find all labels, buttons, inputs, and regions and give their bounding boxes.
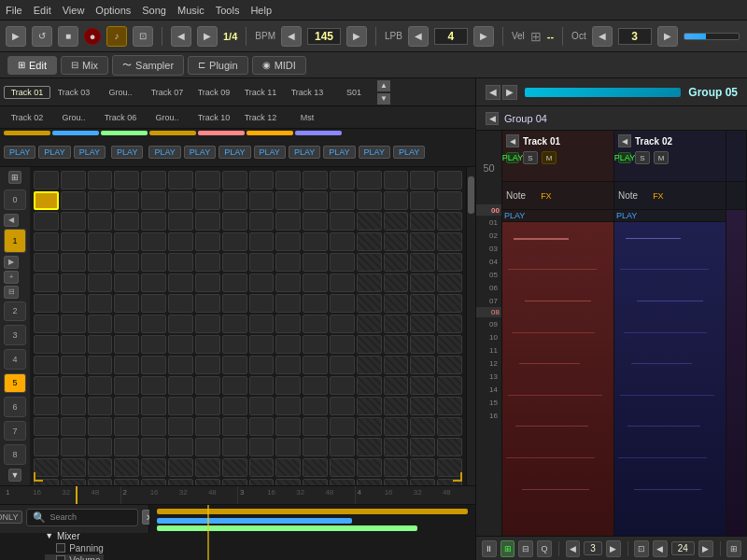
menu-item-song[interactable]: Song bbox=[142, 5, 166, 16]
lpb-down[interactable]: ◀ bbox=[408, 26, 429, 47]
pad-cell[interactable] bbox=[168, 232, 193, 251]
play-btn-7[interactable]: PLAY bbox=[218, 146, 250, 159]
pad-cell[interactable] bbox=[141, 232, 166, 251]
menu-item-options[interactable]: Options bbox=[95, 5, 131, 16]
pad-cell[interactable] bbox=[330, 458, 355, 477]
pad-cell[interactable] bbox=[437, 417, 462, 436]
pad-cell[interactable] bbox=[357, 356, 382, 374]
pad-cell[interactable] bbox=[275, 397, 301, 415]
pad-cell[interactable] bbox=[303, 171, 328, 189]
pad-cell[interactable] bbox=[114, 171, 139, 189]
pad-cell[interactable] bbox=[195, 253, 220, 272]
track-header-group[interactable]: Grou.. bbox=[97, 88, 144, 97]
pad-cell[interactable] bbox=[357, 232, 382, 251]
volume-checkbox[interactable] bbox=[56, 555, 65, 560]
play-btn-4[interactable]: PLAY bbox=[111, 146, 143, 159]
pad-cell[interactable] bbox=[222, 253, 247, 272]
track-header-06[interactable]: Track 06 bbox=[97, 113, 144, 122]
menu-item-help[interactable]: Help bbox=[250, 5, 272, 16]
pad-cell[interactable] bbox=[303, 212, 328, 231]
play-btn-8[interactable]: PLAY bbox=[254, 146, 286, 159]
pad-cell[interactable] bbox=[114, 253, 139, 272]
pad-cell[interactable] bbox=[195, 171, 220, 189]
stop-button[interactable]: ■ bbox=[58, 26, 78, 47]
track-header-03[interactable]: Track 03 bbox=[50, 88, 97, 97]
pad-cell[interactable] bbox=[303, 335, 328, 354]
pad-cell[interactable] bbox=[168, 171, 193, 189]
seq-num-7[interactable]: 7 bbox=[4, 421, 26, 441]
pad-cell[interactable] bbox=[222, 171, 247, 189]
pad-cell[interactable] bbox=[249, 171, 275, 189]
pad-cell[interactable] bbox=[195, 232, 220, 251]
pad-cell[interactable] bbox=[141, 273, 166, 292]
pad-cell[interactable] bbox=[34, 356, 59, 374]
pad-cell[interactable] bbox=[222, 397, 247, 415]
pad-cell[interactable] bbox=[303, 356, 328, 374]
pad-cell[interactable] bbox=[303, 232, 328, 251]
pad-cell[interactable] bbox=[249, 253, 275, 272]
pad-cell[interactable] bbox=[437, 294, 462, 313]
pad-cell[interactable] bbox=[88, 335, 113, 354]
pad-cell[interactable] bbox=[275, 315, 301, 333]
pad-cell[interactable] bbox=[195, 458, 220, 477]
pad-cell[interactable] bbox=[141, 171, 166, 189]
pad-cell[interactable] bbox=[114, 438, 139, 456]
pad-cell[interactable] bbox=[330, 356, 355, 374]
pad-cell[interactable] bbox=[410, 356, 435, 374]
ctrl-grid-btn[interactable]: ⊟ bbox=[518, 540, 533, 557]
pad-cell[interactable] bbox=[437, 376, 462, 395]
play-btn-6[interactable]: PLAY bbox=[184, 146, 216, 159]
ctrl-value-2[interactable]: 24 bbox=[671, 541, 695, 555]
ctrl-right-btn[interactable]: ▶ bbox=[606, 540, 621, 557]
pad-cell[interactable] bbox=[303, 397, 328, 415]
pad-cell[interactable] bbox=[195, 438, 220, 456]
pad-cell[interactable] bbox=[410, 417, 435, 436]
play-btn-10[interactable]: PLAY bbox=[323, 146, 355, 159]
pad-cell[interactable] bbox=[195, 397, 220, 415]
pad-cell[interactable] bbox=[168, 191, 193, 210]
pad-cell[interactable] bbox=[410, 191, 435, 210]
pad-cell[interactable] bbox=[357, 171, 382, 189]
track02-nav-left[interactable]: ◀ bbox=[618, 134, 631, 147]
pad-cell[interactable] bbox=[222, 335, 247, 354]
pad-cell[interactable] bbox=[168, 479, 193, 485]
pad-cell[interactable] bbox=[384, 232, 409, 251]
pad-cell[interactable] bbox=[330, 376, 355, 395]
pad-cell[interactable] bbox=[168, 315, 193, 333]
num-highlight-00[interactable]: 00 bbox=[476, 205, 501, 216]
pad-cell[interactable] bbox=[168, 273, 193, 292]
pad-cell[interactable] bbox=[88, 294, 113, 313]
lpb-up[interactable]: ▶ bbox=[473, 26, 494, 47]
pad-cell[interactable] bbox=[357, 335, 382, 354]
pad-cell[interactable] bbox=[114, 212, 139, 231]
pad-cell[interactable] bbox=[249, 458, 275, 477]
pad-cell[interactable] bbox=[384, 417, 409, 436]
pad-cell[interactable] bbox=[330, 171, 355, 189]
pad-cell[interactable] bbox=[249, 376, 275, 395]
pad-cell[interactable] bbox=[141, 294, 166, 313]
pad-cell[interactable] bbox=[222, 356, 247, 374]
pad-cell[interactable] bbox=[249, 191, 275, 210]
tab-midi[interactable]: ◉ MIDI bbox=[252, 56, 306, 75]
pad-cell[interactable] bbox=[249, 438, 275, 456]
ctrl-left2-btn[interactable]: ◀ bbox=[653, 540, 668, 557]
pad-cell[interactable] bbox=[34, 376, 59, 395]
pad-cell[interactable] bbox=[195, 356, 220, 374]
track01-piano-roll[interactable] bbox=[502, 222, 613, 536]
pad-cell[interactable] bbox=[168, 417, 193, 436]
pad-cell[interactable] bbox=[114, 315, 139, 333]
pad-cell[interactable] bbox=[34, 315, 59, 333]
seq-num-2[interactable]: 2 bbox=[4, 301, 26, 322]
pad-cell[interactable] bbox=[384, 376, 409, 395]
ctrl-search-btn[interactable]: Q bbox=[537, 540, 552, 557]
pad-cell[interactable] bbox=[357, 212, 382, 231]
pad-cell[interactable] bbox=[168, 335, 193, 354]
pad-cell[interactable] bbox=[357, 273, 382, 292]
pad-cell[interactable] bbox=[249, 232, 275, 251]
pad-cell[interactable] bbox=[410, 315, 435, 333]
pad-cell[interactable] bbox=[88, 458, 113, 477]
tab-sampler[interactable]: 〜 Sampler bbox=[112, 55, 184, 76]
ctrl-snap-btn[interactable]: ⊡ bbox=[634, 540, 649, 557]
pad-cell[interactable] bbox=[275, 232, 301, 251]
play-btn-1[interactable]: PLAY bbox=[4, 146, 35, 159]
